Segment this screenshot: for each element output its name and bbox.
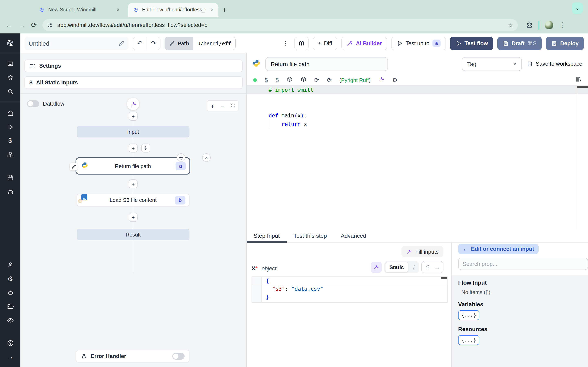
sidebar-item-ai[interactable] [0,285,20,299]
tab-step-input[interactable]: Step Input [247,229,287,242]
code-line[interactable]: def main(x): [247,111,588,120]
sidebar-item-apps[interactable] [0,57,20,71]
edit-name-pencil-icon[interactable] [118,40,125,46]
json-input-editor[interactable]: { "s3": "data.csv" } [251,276,448,303]
windmill-logo-icon[interactable] [6,38,15,49]
package-icon[interactable] [286,76,293,83]
sidebar-item-search[interactable] [0,84,20,98]
library-icon[interactable] [575,76,581,83]
tab-test-this-step[interactable]: Test this step [287,229,334,242]
bookmark-star-icon[interactable]: ☆ [508,21,513,29]
tag-select[interactable]: Tag ∨ [462,57,522,71]
edit-or-connect-button[interactable]: ← Edit or connect an input [458,244,539,254]
forward-icon[interactable]: → [18,21,25,29]
flow-node-step-b[interactable]: TS Load S3 file content b [77,194,190,206]
add-step-button[interactable]: + [129,143,138,152]
add-step-button[interactable]: + [129,179,138,188]
plug-icon[interactable] [425,264,431,270]
tab-close-icon[interactable]: × [209,7,214,13]
add-step-button[interactable]: + [129,112,138,121]
address-bar[interactable]: app.windmill.dev/flows/edit/u/henri/effo… [43,19,518,31]
editor-scrollbar[interactable] [577,86,588,88]
sidebar-item-favorites[interactable] [0,71,20,84]
site-settings-icon[interactable] [48,22,53,28]
static-option[interactable]: Static [385,262,408,272]
delete-step-button[interactable]: × [202,153,211,162]
test-up-to-button[interactable]: Test up to a [391,36,446,50]
dataflow-toggle[interactable] [27,100,39,107]
redo-button[interactable]: ↷ [147,37,160,50]
all-static-inputs-button[interactable]: $ All Static Inputs [25,76,242,89]
save-to-workspace-button[interactable]: Save to workspace [527,61,582,67]
sidebar-item-schedules[interactable] [0,170,20,184]
editor-settings-gear-icon[interactable]: ⚙ [392,77,397,83]
reload-icon[interactable]: ⟳ [327,77,332,83]
json-line[interactable]: "s3": "data.csv" [252,285,447,293]
tab-close-icon[interactable]: × [115,7,121,13]
new-tab-button[interactable]: + [223,6,227,14]
extensions-icon[interactable] [526,22,533,29]
connect-arrow-icon[interactable]: → [434,264,440,270]
flow-name-input[interactable]: Untitled [25,36,129,50]
ai-flow-wand-button[interactable] [127,98,139,110]
edit-step-pencil-icon[interactable] [70,163,78,170]
tab-advanced[interactable]: Advanced [334,229,373,242]
json-line[interactable]: { [252,277,447,285]
sidebar-item-runs[interactable] [0,120,20,134]
sidebar-item-settings[interactable]: ⚙ [0,272,20,285]
code-editor[interactable]: # import wmill def main(x): return x [247,85,588,229]
url-text[interactable]: app.windmill.dev/flows/edit/u/henri/effo… [57,22,503,28]
profile-avatar[interactable] [545,21,553,29]
add-trigger-button[interactable] [141,143,150,152]
back-icon[interactable]: ← [6,21,13,29]
tab-search-button[interactable]: ⌄ [572,2,583,14]
flow-node-input[interactable]: Input [77,126,190,137]
draft-button[interactable]: Draft ⌘S [497,36,542,50]
code-line[interactable]: # import wmill [247,86,588,94]
sidebar-item-routes[interactable] [0,184,20,198]
fit-view-button[interactable]: ⛶ [228,103,238,108]
add-step-button[interactable]: + [129,213,138,222]
flow-node-result[interactable]: Result [77,229,190,240]
code-line[interactable] [247,94,588,103]
package-icon[interactable] [300,76,306,83]
browser-tab-edit-flow[interactable]: Edit Flow u/henri/effortless_fl × [128,3,218,17]
fill-inputs-button[interactable]: Fill inputs [401,246,443,257]
reload-icon[interactable]: ⟳ [314,77,319,83]
sidebar-item-home[interactable] [0,106,20,120]
sidebar-item-resources[interactable] [0,148,20,161]
json-line[interactable]: } [252,293,447,301]
sidebar-item-variables[interactable]: $ [0,134,20,148]
reload-icon[interactable]: ⟳ [31,21,37,29]
zoom-out-button[interactable]: − [218,103,228,109]
sidebar-item-folders[interactable] [0,299,20,313]
variables-expand-button[interactable]: {...} [458,310,479,320]
code-line[interactable]: return x [247,120,588,128]
docs-button[interactable] [294,36,309,50]
error-handler-toggle[interactable] [172,353,185,360]
resource-picker-icon[interactable]: $ [276,77,279,83]
path-button[interactable]: Path u/henri/eff [164,36,236,50]
undo-button[interactable]: ↶ [133,37,147,50]
sidebar-item-help[interactable] [0,336,20,350]
flow-settings-button[interactable]: Settings [25,59,242,72]
browser-tab-new-script[interactable]: New Script | Windmill × [34,3,125,17]
variable-picker-icon[interactable]: $ [265,77,268,83]
flow-node-step-a[interactable]: Return file path a [76,157,190,175]
search-prop-input[interactable] [458,258,588,270]
flow-name-text[interactable]: Untitled [29,40,49,47]
error-handler-row[interactable]: Error Handler [76,350,190,363]
ai-builder-button[interactable]: AI Builder [342,36,387,50]
ai-fill-button[interactable] [371,262,381,273]
code-line[interactable] [247,103,588,111]
test-flow-button[interactable]: Test flow [450,36,493,50]
path-value[interactable]: u/henri/eff [193,37,235,50]
step-name-input[interactable] [265,57,388,71]
toolbar-kebab-icon[interactable]: ⋮ [281,39,290,47]
zoom-in-button[interactable]: + [208,103,218,109]
javascript-expr-option[interactable]: ƒ [410,264,418,270]
sidebar-collapse-icon[interactable]: → [0,350,20,364]
diff-button[interactable]: ± Diff [313,36,337,50]
deploy-button[interactable]: Deploy [546,36,584,50]
ai-wand-icon[interactable] [378,76,384,83]
